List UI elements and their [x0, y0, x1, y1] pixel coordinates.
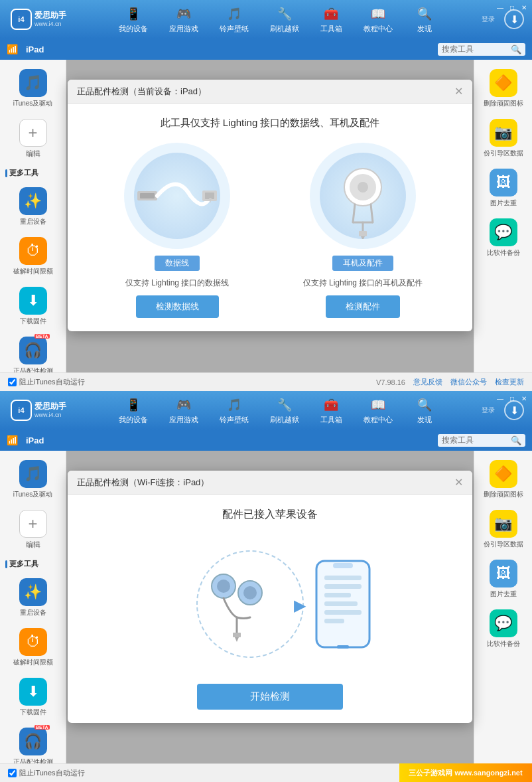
search-box-1[interactable]: 🔍	[438, 43, 525, 56]
window-2: i4 爱思助手 www.i4.cn 📱 我的设备 🎮 应用游戏 🎵 铃声壁纸 🔧	[0, 391, 532, 782]
win-controls-2: — □ ✕	[495, 394, 529, 403]
timelimit-icon-2: ⏱	[19, 628, 47, 656]
close-button-2[interactable]: ✕	[519, 394, 529, 403]
genuine-icon: 🎧 BETA	[19, 337, 47, 364]
sidebar-item-firmware[interactable]: ⬇ 下载固件	[0, 283, 66, 330]
right-item-dedup[interactable]: 🖼 图片去重	[474, 165, 532, 212]
genuine-label-2: 正品配件检测	[13, 757, 53, 763]
maximize-button[interactable]: □	[507, 3, 517, 12]
search-input-2[interactable]	[442, 435, 508, 445]
nav-item-jailbreak[interactable]: 🔧 刷机越狱	[259, 3, 310, 37]
itunes-checkbox-2[interactable]	[8, 769, 17, 777]
nav-item-discover[interactable]: 🔍 发现	[403, 3, 446, 37]
sidebar-item-timelimit[interactable]: ⏱ 破解时间限额	[0, 233, 66, 280]
search-input-1[interactable]	[442, 44, 508, 54]
sidebar-item-restart[interactable]: ✨ 重启设备	[0, 183, 66, 230]
close-button[interactable]: ✕	[519, 3, 529, 12]
right-item-softbak-2[interactable]: 💬 比软件备份	[474, 605, 532, 653]
nav-item-mydevice[interactable]: 📱 我的设备	[108, 3, 159, 37]
svg-rect-31	[324, 584, 362, 589]
right-item-softbak[interactable]: 💬 比软件备份	[474, 214, 532, 262]
modal-close-1[interactable]: ✕	[454, 85, 463, 98]
login-text[interactable]: 登录	[482, 15, 495, 24]
dedup-icon: 🖼	[490, 169, 517, 196]
download-button[interactable]: ⬇	[504, 9, 524, 29]
jailbreak-icon-2: 🔧	[276, 396, 293, 414]
svg-rect-36	[333, 563, 353, 568]
nav-item-apps[interactable]: 🎮 应用游戏	[159, 3, 209, 37]
download-button-2[interactable]: ⬇	[504, 400, 524, 420]
svg-rect-33	[324, 601, 358, 606]
sidebar-item-itunes-2[interactable]: 🎵 iTunes及驱动	[0, 456, 66, 503]
search-box-2[interactable]: 🔍	[438, 434, 525, 447]
sidebar-item-genuine[interactable]: 🎧 BETA 正品配件检测	[0, 333, 66, 372]
sidebar-item-edit[interactable]: + 编辑	[0, 115, 66, 163]
window-1: i4 爱思助手 www.i4.cn 📱 我的设备 🎮 应用游戏 🎵 铃声壁纸 🔧	[0, 0, 532, 391]
toolbox-icon: 🧰	[322, 5, 340, 23]
cable-svg	[131, 153, 224, 239]
nav-item-ringtone-2[interactable]: 🎵 铃声壁纸	[209, 394, 259, 428]
nav-item-discover-2[interactable]: 🔍 发现	[403, 394, 446, 428]
itunes-checkbox[interactable]	[8, 378, 17, 386]
nav-item-mydevice-2[interactable]: 📱 我的设备	[108, 394, 159, 428]
feedback-link-1[interactable]: 意见反馈	[413, 377, 442, 387]
earphone-label: 耳机及配件	[332, 256, 393, 271]
right-item-stubborn-2[interactable]: 🔶 删除顽固图标	[474, 456, 532, 503]
right-item-backup-2[interactable]: 📷 份引导区数据	[474, 506, 532, 553]
backup-icon-2: 📷	[490, 510, 517, 538]
softbak-icon: 💬	[490, 218, 517, 246]
update-link-1[interactable]: 检查更新	[495, 377, 524, 387]
itunes-label-2: iTunes及驱动	[13, 490, 53, 499]
softbak-label-2: 比软件备份	[487, 639, 520, 649]
backup-label-2: 份引导区数据	[484, 540, 523, 549]
detect-accessory-button[interactable]: 检测配件	[326, 295, 400, 318]
minimize-button[interactable]: —	[495, 3, 505, 12]
nav-item-tutorial-2[interactable]: 📖 教程中心	[353, 394, 403, 428]
wechat-link-1[interactable]: 微信公众号	[450, 377, 487, 387]
maximize-button-2[interactable]: □	[507, 394, 517, 403]
detect-cable-button[interactable]: 检测数据线	[136, 295, 219, 318]
nav-item-toolbox-2[interactable]: 🧰 工具箱	[310, 394, 353, 428]
itunes-icon-2: 🎵	[19, 460, 47, 488]
nav-item-tutorial[interactable]: 📖 教程中心	[353, 3, 403, 37]
itunes-checkbox-wrap: 阻止iTunes自动运行	[8, 377, 85, 387]
nav-item-toolbox[interactable]: 🧰 工具箱	[310, 3, 353, 37]
nav-item-apps-2[interactable]: 🎮 应用游戏	[159, 394, 209, 428]
minimize-button-2[interactable]: —	[495, 394, 505, 403]
cable-desc: 仅支持 Lighting 接口的数据线	[125, 277, 230, 289]
itunes-checkbox-label-2: 阻止iTunes自动运行	[19, 768, 85, 778]
modal-title-2: 正品配件检测（Wi-Fi连接：iPad）	[77, 477, 209, 489]
itunes-icon: 🎵	[19, 69, 47, 97]
right-item-stubborn[interactable]: 🔶 删除顽固图标	[474, 65, 532, 112]
sidebar-item-timelimit-2[interactable]: ⏱ 破解时间限额	[0, 624, 66, 671]
itunes-label: iTunes及驱动	[13, 99, 53, 108]
nav-item-jailbreak-2[interactable]: 🔧 刷机越狱	[259, 394, 310, 428]
earphone-svg	[316, 153, 409, 239]
nav-item-ringtone[interactable]: 🎵 铃声壁纸	[209, 3, 259, 37]
right-item-dedup-2[interactable]: 🖼 图片去重	[474, 556, 532, 603]
beta-badge-2: BETA	[34, 725, 50, 730]
sidebar-item-edit-2[interactable]: + 编辑	[0, 506, 66, 554]
edit-label: 编辑	[26, 149, 40, 159]
cable-label: 数据线	[155, 256, 200, 271]
login-area: 登录	[482, 15, 495, 24]
genuine-icon-2: 🎧 BETA	[19, 728, 47, 755]
modal-close-2[interactable]: ✕	[454, 476, 463, 489]
sidebar-item-restart-2[interactable]: ✨ 重启设备	[0, 574, 66, 621]
start-detect-button[interactable]: 开始检测	[197, 684, 343, 710]
sidebar-2: 🎵 iTunes及驱动 + 编辑 更多工具 ✨ 重启设备 ⏱ 破解时间限额 ⬇ …	[0, 451, 66, 763]
sidebar-item-genuine-2[interactable]: 🎧 BETA 正品配件检测	[0, 724, 66, 763]
itunes-checkbox-wrap-2: 阻止iTunes自动运行	[8, 768, 85, 778]
svg-rect-4	[140, 193, 155, 198]
nav-items: 📱 我的设备 🎮 应用游戏 🎵 铃声壁纸 🔧 刷机越狱 🧰 工具箱 📖	[72, 3, 482, 37]
svg-text:▶: ▶	[294, 596, 306, 614]
stubborn-icon-2: 🔶	[490, 460, 517, 488]
firmware-label-2: 下载固件	[20, 708, 46, 717]
modal2-illustration: ▶	[88, 538, 452, 670]
sidebar-item-firmware-2[interactable]: ⬇ 下载固件	[0, 674, 66, 721]
sidebar-item-itunes[interactable]: 🎵 iTunes及驱动	[0, 65, 66, 112]
jailbreak-icon: 🔧	[276, 5, 293, 23]
mydevice-icon: 📱	[125, 5, 142, 23]
right-item-backup[interactable]: 📷 份引导区数据	[474, 115, 532, 162]
login-text-2[interactable]: 登录	[482, 406, 495, 415]
